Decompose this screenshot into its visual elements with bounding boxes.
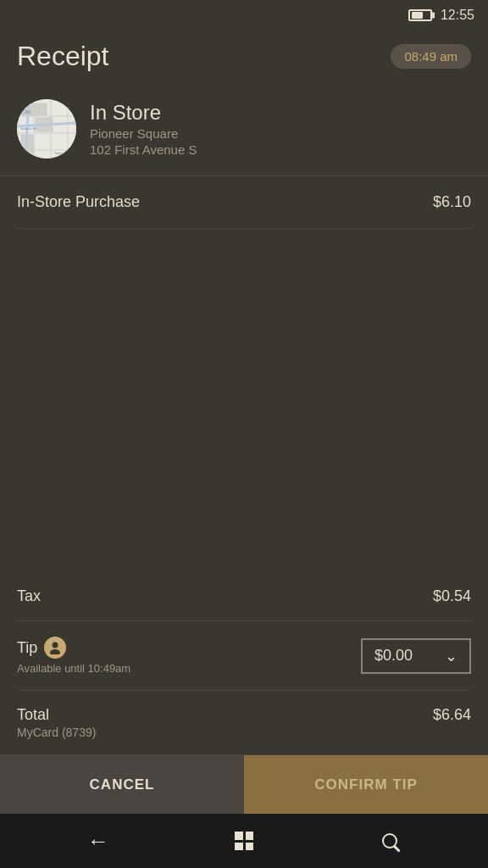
- confirm-tip-button[interactable]: CONFIRM TIP: [244, 755, 488, 814]
- tax-label: Tax: [17, 587, 41, 605]
- spacer: [17, 229, 471, 572]
- status-time: 12:55: [441, 8, 474, 23]
- tip-left: Tip Available until 10:49am: [17, 637, 130, 675]
- tip-available-text: Available until 10:49am: [17, 662, 130, 675]
- tip-amount: $0.00: [374, 647, 413, 665]
- store-name: In Store: [90, 101, 197, 125]
- cancel-button[interactable]: CANCEL: [0, 755, 244, 814]
- battery-icon: [408, 9, 432, 21]
- home-button[interactable]: [225, 822, 263, 860]
- store-area: Pioneer Square: [90, 126, 197, 141]
- search-icon: [382, 833, 397, 849]
- tax-row: Tax $0.54: [17, 572, 471, 621]
- tip-label: Tip: [17, 639, 37, 657]
- tip-row: Tip Available until 10:49am $0.00 ⌄: [17, 621, 471, 691]
- store-section: CBD Seneca St Spring St In Store Pioneer…: [0, 86, 488, 176]
- tip-avatar: [44, 637, 66, 659]
- header: Receipt 08:49 am: [0, 31, 488, 86]
- store-address: 102 First Avenue S: [90, 142, 197, 157]
- nav-bar: ←: [0, 814, 488, 868]
- purchase-label: In-Store Purchase: [17, 193, 140, 211]
- store-info: In Store Pioneer Square 102 First Avenue…: [90, 101, 197, 157]
- windows-icon: [235, 832, 253, 850]
- tip-dropdown[interactable]: $0.00 ⌄: [361, 638, 471, 674]
- total-label: Total: [17, 706, 96, 724]
- search-button[interactable]: [371, 822, 408, 860]
- purchase-row: In-Store Purchase $6.10: [17, 176, 471, 229]
- svg-text:CBD: CBD: [22, 109, 31, 114]
- svg-point-16: [50, 649, 60, 654]
- svg-text:Spring St: Spring St: [54, 151, 69, 155]
- back-arrow-icon: ←: [87, 828, 109, 854]
- page-title: Receipt: [17, 41, 109, 72]
- purchase-amount: $6.10: [433, 193, 471, 211]
- svg-text:Seneca St: Seneca St: [20, 126, 36, 131]
- total-left: Total MyCard (8739): [17, 706, 96, 739]
- time-badge: 08:49 am: [391, 44, 471, 69]
- back-button[interactable]: ←: [80, 822, 117, 860]
- status-bar: 12:55: [0, 0, 488, 31]
- button-row: CANCEL CONFIRM TIP: [0, 754, 488, 814]
- tax-amount: $0.54: [433, 587, 471, 605]
- tip-label-row: Tip: [17, 637, 130, 659]
- svg-point-15: [53, 643, 58, 648]
- content: In-Store Purchase $6.10 Tax $0.54 Tip Av…: [0, 176, 488, 754]
- map-thumbnail: CBD Seneca St Spring St: [17, 99, 76, 159]
- card-info: MyCard (8739): [17, 726, 96, 739]
- chevron-down-icon: ⌄: [445, 647, 458, 665]
- total-amount: $6.64: [433, 706, 471, 724]
- total-row: Total MyCard (8739) $6.64: [17, 691, 471, 754]
